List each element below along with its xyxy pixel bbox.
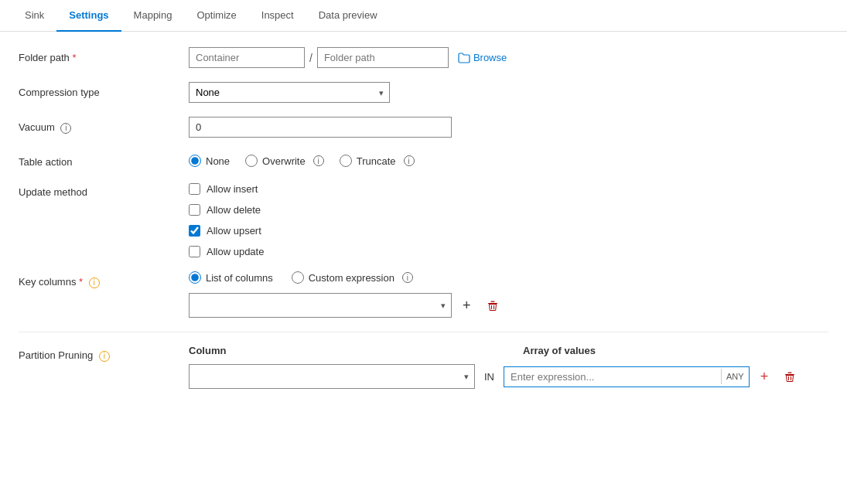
custom-expression-item[interactable]: Custom expression i xyxy=(292,271,413,284)
partition-column-dropdown-wrap xyxy=(189,364,475,389)
folder-path-label: Folder path * xyxy=(19,47,189,63)
vacuum-control xyxy=(189,117,828,138)
compression-type-label: Compression type xyxy=(19,82,189,98)
partition-pruning-row: Partition Pruning i Column Array of valu… xyxy=(19,345,828,389)
update-method-checkboxes: Allow insert Allow delete Allow upsert A… xyxy=(189,182,828,257)
partition-pruning-label: Partition Pruning i xyxy=(19,345,189,362)
array-header: Array of values xyxy=(523,345,596,356)
truncate-info-icon: i xyxy=(404,155,415,166)
tab-inspect[interactable]: Inspect xyxy=(249,0,306,32)
key-columns-radio-row: List of columns Custom expression i xyxy=(189,271,828,284)
trash-icon xyxy=(487,300,499,312)
delete-partition-button[interactable] xyxy=(779,368,801,384)
allow-upsert-checkbox[interactable] xyxy=(189,225,200,237)
expression-input-wrap: ANY xyxy=(504,366,750,387)
tab-settings[interactable]: Settings xyxy=(56,0,121,32)
browse-button[interactable]: Browse xyxy=(458,52,507,63)
vacuum-info-icon: i xyxy=(60,123,71,134)
allow-delete-checkbox[interactable] xyxy=(189,204,200,216)
overwrite-info-icon: i xyxy=(313,155,324,166)
folder-icon xyxy=(458,53,470,63)
delete-column-button[interactable] xyxy=(482,297,504,313)
key-columns-label: Key columns * i xyxy=(19,271,189,288)
partition-pruning-control: Column Array of values IN ANY + xyxy=(189,345,828,389)
table-action-truncate[interactable]: Truncate i xyxy=(340,155,415,167)
compression-type-row: Compression type None gzip bzip2 deflate xyxy=(19,82,828,103)
key-column-dropdown-wrap xyxy=(189,293,452,318)
in-label: IN xyxy=(481,371,497,383)
table-action-radio-group: None Overwrite i Truncate i xyxy=(189,152,828,167)
settings-content: Folder path * / Browse Compression type xyxy=(0,32,847,501)
list-of-columns-radio[interactable] xyxy=(189,271,201,284)
allow-upsert-item[interactable]: Allow upsert xyxy=(189,225,828,237)
custom-expression-info-icon: i xyxy=(402,272,413,283)
folder-path-row: Folder path * / Browse xyxy=(19,47,828,68)
folder-separator: / xyxy=(308,52,314,64)
table-action-none-radio[interactable] xyxy=(189,155,201,167)
key-columns-control: List of columns Custom expression i xyxy=(189,271,828,318)
allow-delete-item[interactable]: Allow delete xyxy=(189,204,828,216)
any-badge: ANY xyxy=(721,369,749,384)
compression-dropdown-wrap: None gzip bzip2 deflate xyxy=(189,82,390,103)
tab-optimize[interactable]: Optimize xyxy=(184,0,248,32)
partition-headers: Column Array of values xyxy=(189,345,828,356)
svg-rect-5 xyxy=(788,372,792,373)
key-columns-row: Key columns * i List of columns Custom e… xyxy=(19,271,828,318)
add-column-button[interactable]: + xyxy=(458,296,476,315)
compression-type-control: None gzip bzip2 deflate xyxy=(189,82,828,103)
expression-input[interactable] xyxy=(504,367,721,387)
tab-data-preview[interactable]: Data preview xyxy=(306,0,390,32)
partition-input-row: IN ANY + xyxy=(189,364,828,389)
allow-update-checkbox[interactable] xyxy=(189,246,200,257)
tab-sink[interactable]: Sink xyxy=(12,0,56,32)
folder-path-control: / Browse xyxy=(189,47,828,68)
container-input[interactable] xyxy=(189,47,305,68)
partition-trash-icon xyxy=(784,371,796,383)
column-header: Column xyxy=(189,345,475,356)
table-action-overwrite[interactable]: Overwrite i xyxy=(245,155,324,167)
folder-path-input[interactable] xyxy=(317,47,449,68)
partition-pruning-info-icon: i xyxy=(99,351,110,362)
required-asterisk: * xyxy=(72,52,76,63)
update-method-control: Allow insert Allow delete Allow upsert A… xyxy=(189,182,828,257)
key-column-dropdown[interactable] xyxy=(189,293,452,318)
key-columns-input-row: + xyxy=(189,293,828,318)
table-action-truncate-radio[interactable] xyxy=(340,155,352,167)
vacuum-input[interactable] xyxy=(189,117,452,138)
tab-mapping[interactable]: Mapping xyxy=(121,0,185,32)
svg-rect-1 xyxy=(490,301,494,301)
table-action-label: Table action xyxy=(19,152,189,168)
divider xyxy=(19,332,828,332)
list-of-columns-item[interactable]: List of columns xyxy=(189,271,273,284)
allow-insert-item[interactable]: Allow insert xyxy=(189,183,828,195)
key-columns-required: * xyxy=(79,276,83,288)
custom-expression-radio[interactable] xyxy=(292,271,304,284)
tab-bar: Sink Settings Mapping Optimize Inspect D… xyxy=(0,0,847,32)
partition-column-dropdown[interactable] xyxy=(189,364,475,389)
key-columns-info-icon: i xyxy=(89,278,100,288)
add-partition-button[interactable]: + xyxy=(756,367,774,387)
folder-path-inputs: / Browse xyxy=(189,47,828,68)
update-method-row: Update method Allow insert Allow delete … xyxy=(19,182,828,257)
key-columns-inner: List of columns Custom expression i xyxy=(189,271,828,318)
allow-update-item[interactable]: Allow update xyxy=(189,246,828,257)
table-action-overwrite-radio[interactable] xyxy=(245,155,258,167)
table-action-none[interactable]: None xyxy=(189,155,230,167)
vacuum-row: Vacuum i xyxy=(19,117,828,138)
table-action-control: None Overwrite i Truncate i xyxy=(189,152,828,167)
vacuum-label: Vacuum i xyxy=(19,117,189,134)
compression-dropdown[interactable]: None gzip bzip2 deflate xyxy=(189,82,390,103)
table-action-row: Table action None Overwrite i Truncate i xyxy=(19,152,828,168)
allow-insert-checkbox[interactable] xyxy=(189,183,200,195)
update-method-label: Update method xyxy=(19,182,189,198)
